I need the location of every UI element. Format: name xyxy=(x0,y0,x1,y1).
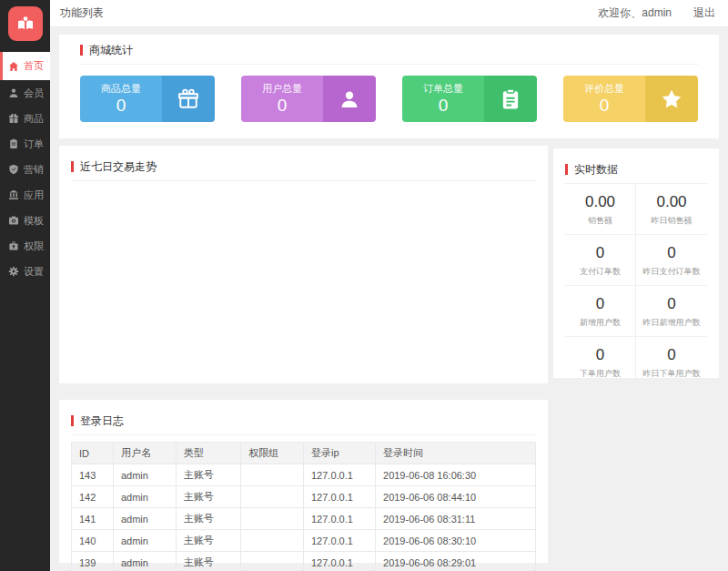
cell-id: 143 xyxy=(72,464,114,486)
login-log-panel: 登录日志 ID 用户名 类型 权限组 登录ip 登录时间 143 xyxy=(59,400,548,563)
clipboard-icon xyxy=(498,87,523,112)
sidebar-item-label: 模板 xyxy=(24,214,44,228)
sidebar-item-label: 设置 xyxy=(24,265,44,279)
stat-value: 0 xyxy=(565,295,635,313)
accent-bar xyxy=(71,161,74,172)
sidebar-item-label: 订单 xyxy=(24,138,44,151)
order-icon xyxy=(8,138,19,149)
stat-card-order-total[interactable]: 订单总量 0 xyxy=(402,76,537,122)
stat-card-goods-total[interactable]: 商品总量 0 xyxy=(80,76,215,122)
main-content: 商城统计 商品总量 0 用户总量 xyxy=(50,27,728,571)
stat-label: 支付订单数 xyxy=(565,266,635,278)
user-icon xyxy=(337,87,362,112)
sidebar-item-home[interactable]: 首页 xyxy=(0,52,50,80)
sidebar-item-member[interactable]: 会员 xyxy=(0,80,50,106)
col-login-ip: 登录ip xyxy=(303,443,375,464)
cell-type: 主账号 xyxy=(176,508,240,530)
cell-login-time: 2019-06-06 08:29:01 xyxy=(376,552,536,571)
panel-title: 登录日志 xyxy=(80,413,124,429)
col-username: 用户名 xyxy=(113,443,176,464)
stat-label: 昨日支付订单数 xyxy=(636,266,707,278)
stat-label: 昨日销售额 xyxy=(636,215,707,227)
card-icon-wrap xyxy=(484,76,537,122)
card-value: 0 xyxy=(439,96,449,116)
welcome-text: 欢迎你、admin xyxy=(598,5,672,21)
table-header-row: ID 用户名 类型 权限组 登录ip 登录时间 xyxy=(72,443,536,464)
trend-chart-panel: 近七日交易走势 xyxy=(59,146,548,383)
stat-value: 0.00 xyxy=(636,193,707,211)
panel-title: 商城统计 xyxy=(89,43,133,58)
card-value: 0 xyxy=(116,96,126,116)
realtime-grid: 0.00 销售额 0.00 昨日销售额 0 支付订单数 0 昨日支付订单数 0 … xyxy=(565,184,707,388)
reader-logo-icon xyxy=(15,13,36,35)
table-row: 139 admin 主账号 127.0.0.1 2019-06-06 08:29… xyxy=(72,552,536,571)
card-label: 订单总量 xyxy=(423,82,463,96)
realtime-stat-new-users-yesterday: 0 昨日新增用户数 xyxy=(636,286,707,337)
table-row: 141 admin 主账号 127.0.0.1 2019-06-06 08:31… xyxy=(72,508,536,530)
gift-icon xyxy=(176,87,201,112)
sidebar: 首页 会员 商品 订单 营销 xyxy=(0,0,50,571)
stat-label: 昨日下单用户数 xyxy=(636,368,707,380)
sidebar-item-marketing[interactable]: 营销 xyxy=(0,157,50,182)
cell-username: admin xyxy=(113,508,176,530)
cell-id: 139 xyxy=(72,552,114,571)
cell-login-time: 2019-06-08 16:06:30 xyxy=(376,464,536,486)
accent-bar xyxy=(71,415,74,426)
topbar-title: 功能列表 xyxy=(60,5,104,21)
accent-bar xyxy=(565,164,568,175)
home-icon xyxy=(8,61,19,72)
app-logo[interactable] xyxy=(8,6,43,41)
cell-login-time: 2019-06-06 08:44:10 xyxy=(376,486,536,508)
sidebar-item-goods[interactable]: 商品 xyxy=(0,106,50,131)
logout-link[interactable]: 退出 xyxy=(693,5,715,21)
stat-label: 昨日新增用户数 xyxy=(636,317,707,329)
cell-type: 主账号 xyxy=(176,530,240,552)
stat-label: 下单用户数 xyxy=(565,368,635,380)
sidebar-item-order[interactable]: 订单 xyxy=(0,131,50,157)
card-value: 0 xyxy=(278,96,288,116)
marketing-icon xyxy=(8,164,19,175)
card-info: 商品总量 0 xyxy=(80,76,162,122)
realtime-stat-paid-orders-yesterday: 0 昨日支付订单数 xyxy=(636,235,707,286)
sidebar-item-label: 权限 xyxy=(24,240,44,253)
stat-card-user-total[interactable]: 用户总量 0 xyxy=(241,76,376,122)
sidebar-item-permission[interactable]: 权限 xyxy=(0,233,50,259)
sidebar-item-template[interactable]: 模板 xyxy=(0,208,50,233)
card-icon-wrap xyxy=(323,76,376,122)
cell-permission-group xyxy=(241,552,304,571)
table-row: 140 admin 主账号 127.0.0.1 2019-06-06 08:30… xyxy=(72,530,536,552)
stat-label: 新增用户数 xyxy=(565,317,635,329)
col-login-time: 登录时间 xyxy=(376,443,536,464)
card-icon-wrap xyxy=(162,76,215,122)
card-info: 订单总量 0 xyxy=(402,76,484,122)
cell-permission-group xyxy=(241,464,304,486)
card-label: 商品总量 xyxy=(101,82,141,96)
login-log-header: 登录日志 xyxy=(71,407,536,435)
cell-login-time: 2019-06-06 08:31:11 xyxy=(376,508,536,530)
cell-username: admin xyxy=(113,530,176,552)
cell-type: 主账号 xyxy=(176,486,240,508)
col-id: ID xyxy=(72,443,114,464)
cell-username: admin xyxy=(113,552,176,571)
col-type: 类型 xyxy=(176,443,240,464)
cell-login-ip: 127.0.0.1 xyxy=(303,530,375,552)
sidebar-item-label: 首页 xyxy=(24,59,44,73)
sidebar-item-app[interactable]: 应用 xyxy=(0,182,50,208)
stat-label: 销售额 xyxy=(565,215,635,227)
stat-card-review-total[interactable]: 评价总量 0 xyxy=(563,76,698,122)
sidebar-item-settings[interactable]: 设置 xyxy=(0,259,50,284)
member-icon xyxy=(8,87,19,98)
card-label: 评价总量 xyxy=(584,82,624,96)
sidebar-item-label: 商品 xyxy=(24,112,44,126)
permission-icon xyxy=(8,240,19,251)
table-row: 143 admin 主账号 127.0.0.1 2019-06-08 16:06… xyxy=(72,464,536,486)
stat-value: 0 xyxy=(565,346,635,364)
realtime-stat-sales-yesterday: 0.00 昨日销售额 xyxy=(636,184,707,235)
col-permission-group: 权限组 xyxy=(241,443,304,464)
realtime-stat-ordering-users: 0 下单用户数 xyxy=(565,337,636,388)
topbar: 功能列表 欢迎你、admin 退出 xyxy=(50,0,728,27)
cell-login-ip: 127.0.0.1 xyxy=(303,552,375,571)
cell-login-ip: 127.0.0.1 xyxy=(303,508,375,530)
sidebar-item-label: 应用 xyxy=(24,189,44,202)
star-icon xyxy=(659,87,684,112)
